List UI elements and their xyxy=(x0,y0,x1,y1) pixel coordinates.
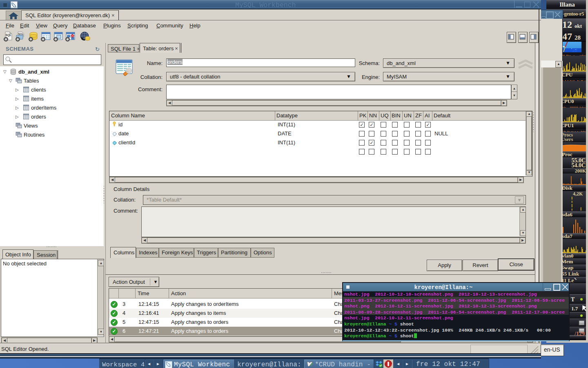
svg-text:4,2K: 4,2K xyxy=(573,191,583,197)
svg-text:SQL: SQL xyxy=(6,34,12,37)
svg-text:T: T xyxy=(571,296,575,303)
svg-text:22: 22 xyxy=(572,47,577,52)
